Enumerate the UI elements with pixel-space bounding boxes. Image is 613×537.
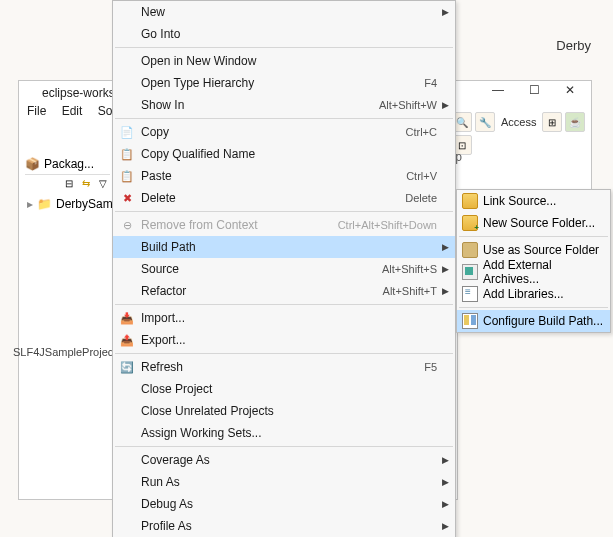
- perspective-btn-2[interactable]: ☕: [565, 112, 585, 132]
- menu-coverage-as[interactable]: Coverage As▶: [113, 449, 455, 471]
- import-icon: 📥: [119, 310, 135, 326]
- quick-access-label[interactable]: Access: [498, 116, 539, 128]
- menu-file[interactable]: File: [27, 104, 46, 118]
- submenu-arrow-icon: ▶: [442, 455, 449, 465]
- archive-icon: [462, 264, 478, 280]
- menu-close-project[interactable]: Close Project: [113, 378, 455, 400]
- menu-build-path[interactable]: Build Path▶: [113, 236, 455, 258]
- menu-open-type-hierarchy[interactable]: Open Type HierarchyF4: [113, 72, 455, 94]
- maximize-button[interactable]: ☐: [529, 83, 540, 97]
- menu-separator: [115, 304, 453, 305]
- right-p-label: p: [455, 150, 462, 164]
- link-source-icon: [462, 193, 478, 209]
- copy-icon: 📄: [119, 124, 135, 140]
- menu-open-new-window[interactable]: Open in New Window: [113, 50, 455, 72]
- link-editor-icon[interactable]: ⇆: [79, 178, 93, 192]
- project-icon: 📁: [37, 197, 52, 211]
- menu-show-in[interactable]: Show InAlt+Shift+W▶: [113, 94, 455, 116]
- library-icon: [462, 286, 478, 302]
- menu-refresh[interactable]: 🔄RefreshF5: [113, 356, 455, 378]
- menu-refactor[interactable]: RefactorAlt+Shift+T▶: [113, 280, 455, 302]
- refresh-icon: 🔄: [119, 359, 135, 375]
- menu-import[interactable]: 📥Import...: [113, 307, 455, 329]
- slf4j-project-row[interactable]: SLF4JSampleProjec: [13, 346, 113, 358]
- menu-remove-context: ⊖Remove from ContextCtrl+Alt+Shift+Down: [113, 214, 455, 236]
- delete-icon: ✖: [119, 190, 135, 206]
- project-label: DerbySam: [56, 197, 113, 211]
- submenu-arrow-icon: ▶: [442, 100, 449, 110]
- buildpath-submenu: Link Source... New Source Folder... Use …: [456, 189, 611, 333]
- submenu-add-libraries[interactable]: Add Libraries...: [457, 283, 610, 305]
- submenu-new-source-folder[interactable]: New Source Folder...: [457, 212, 610, 234]
- new-source-folder-icon: [462, 215, 478, 231]
- submenu-add-ext-archives[interactable]: Add External Archives...: [457, 261, 610, 283]
- secondary-window-controls: — ☐ ✕: [455, 83, 575, 97]
- source-folder-icon: [462, 242, 478, 258]
- menu-close-unrelated[interactable]: Close Unrelated Projects: [113, 400, 455, 422]
- menu-separator: [115, 211, 453, 212]
- menu-separator: [459, 307, 608, 308]
- menu-export[interactable]: 📤Export...: [113, 329, 455, 351]
- export-icon: 📤: [119, 332, 135, 348]
- menu-edit[interactable]: Edit: [62, 104, 83, 118]
- menu-paste[interactable]: 📋PasteCtrl+V: [113, 165, 455, 187]
- submenu-link-source[interactable]: Link Source...: [457, 190, 610, 212]
- view-menu-icon[interactable]: ▽: [96, 178, 110, 192]
- menu-delete[interactable]: ✖DeleteDelete: [113, 187, 455, 209]
- submenu-configure-build-path[interactable]: Configure Build Path...: [457, 310, 610, 332]
- toolbar-btn-2[interactable]: 🔧: [475, 112, 495, 132]
- menu-debug-as[interactable]: Debug As▶: [113, 493, 455, 515]
- project-row[interactable]: ▸ 📁 DerbySam: [25, 195, 110, 213]
- remove-context-icon: ⊖: [119, 217, 135, 233]
- menu-separator: [115, 118, 453, 119]
- submenu-arrow-icon: ▶: [442, 264, 449, 274]
- submenu-arrow-icon: ▶: [442, 477, 449, 487]
- menu-assign-working-sets[interactable]: Assign Working Sets...: [113, 422, 455, 444]
- minimize-button[interactable]: —: [492, 83, 504, 97]
- collapse-all-icon[interactable]: ⊟: [62, 178, 76, 192]
- submenu-arrow-icon: ▶: [442, 242, 449, 252]
- expand-icon[interactable]: ▸: [27, 197, 33, 211]
- derby-label: Derby: [556, 38, 591, 53]
- submenu-arrow-icon: ▶: [442, 7, 449, 17]
- menu-separator: [115, 446, 453, 447]
- submenu-arrow-icon: ▶: [442, 521, 449, 531]
- paste-icon: 📋: [119, 168, 135, 184]
- menu-separator: [459, 236, 608, 237]
- menu-copy[interactable]: 📄CopyCtrl+C: [113, 121, 455, 143]
- copy-qualified-icon: 📋: [119, 146, 135, 162]
- menu-copy-qualified[interactable]: 📋Copy Qualified Name: [113, 143, 455, 165]
- right-toolbar: 🔍 🔧 Access ⊞ ☕ ⊡: [452, 112, 587, 155]
- window-title: eclipse-works: [42, 86, 115, 100]
- menu-go-into[interactable]: Go Into: [113, 23, 455, 45]
- package-explorer-title: Packag...: [44, 157, 94, 171]
- menu-source[interactable]: SourceAlt+Shift+S▶: [113, 258, 455, 280]
- menu-separator: [115, 47, 453, 48]
- menu-run-as[interactable]: Run As▶: [113, 471, 455, 493]
- configure-buildpath-icon: [462, 313, 478, 329]
- package-explorer: 📦 Packag... ⊟ ⇆ ▽ ▸ 📁 DerbySam: [25, 157, 110, 213]
- close-button[interactable]: ✕: [565, 83, 575, 97]
- menu-separator: [115, 353, 453, 354]
- package-explorer-icon: 📦: [25, 157, 40, 171]
- submenu-arrow-icon: ▶: [442, 499, 449, 509]
- menu-profile-as[interactable]: Profile As▶: [113, 515, 455, 537]
- context-menu: New▶ Go Into Open in New Window Open Typ…: [112, 0, 456, 537]
- menu-new[interactable]: New▶: [113, 1, 455, 23]
- submenu-arrow-icon: ▶: [442, 286, 449, 296]
- perspective-btn-1[interactable]: ⊞: [542, 112, 562, 132]
